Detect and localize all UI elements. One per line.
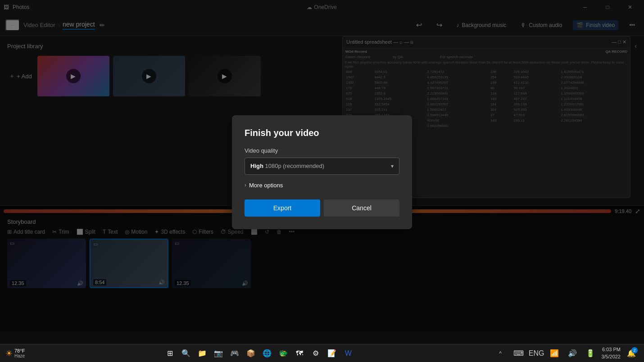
file-explorer-button[interactable]: 📁 [195, 346, 209, 361]
quality-label: Video quality [245, 147, 399, 154]
weather-widget[interactable]: ☀ 78°F Haze [5, 348, 25, 358]
notification-badge: 2 [631, 347, 638, 353]
export-button[interactable]: Export [245, 199, 320, 217]
discord-button[interactable]: 🐲 [276, 346, 290, 361]
quality-select[interactable]: High 1080p (recommended) ▾ [245, 158, 399, 175]
wifi-icon[interactable]: 📶 [547, 346, 562, 361]
current-date: 3/5/2022 [601, 353, 621, 360]
language-indicator[interactable]: ENG [529, 346, 544, 361]
weather-condition: Haze [14, 353, 25, 358]
weather-temp: 78°F [14, 348, 25, 353]
maps-button[interactable]: 🗺 [292, 346, 307, 361]
notification-button[interactable]: 🔔 2 [624, 346, 639, 361]
modal-overlay: Finish your video Video quality High 108… [0, 0, 644, 344]
quality-select-value: High 1080p (recommended) [250, 163, 324, 169]
word-button[interactable]: W [341, 346, 355, 361]
edge-button[interactable]: 🌐 [260, 346, 274, 361]
weather-icon: ☀ [5, 348, 13, 358]
more-options-label: More options [249, 182, 283, 189]
taskbar-left: ☀ 78°F Haze [5, 348, 25, 358]
notepad-button[interactable]: 📝 [325, 346, 339, 361]
battery-icon[interactable]: 🔋 [583, 346, 598, 361]
volume-icon[interactable]: 🔊 [565, 346, 580, 361]
time-display[interactable]: 6:03 PM 3/5/2022 [601, 346, 621, 360]
settings-button[interactable]: ⚙ [308, 346, 323, 361]
store-button[interactable]: 📦 [244, 346, 258, 361]
taskbar-center: ⊞ 🔍 📁 📷 🎮 📦 🌐 🐲 🗺 ⚙ 📝 W [163, 346, 355, 361]
more-options-button[interactable]: › More options [245, 182, 399, 189]
search-button[interactable]: 🔍 [179, 346, 193, 361]
current-time: 6:03 PM [601, 346, 621, 353]
camera-button[interactable]: 📷 [211, 346, 226, 361]
taskbar-right: ^ ⌨ ENG 📶 🔊 🔋 6:03 PM 3/5/2022 🔔 2 [493, 346, 639, 361]
taskbar: ☀ 78°F Haze ⊞ 🔍 📁 📷 🎮 📦 🌐 🐲 🗺 ⚙ 📝 W ^ ⌨ … [0, 344, 644, 362]
cancel-button[interactable]: Cancel [324, 199, 399, 217]
xbox-button[interactable]: 🎮 [227, 346, 242, 361]
more-options-chevron-icon: › [245, 182, 246, 188]
start-button[interactable]: ⊞ [163, 346, 177, 361]
quality-chevron-icon: ▾ [391, 163, 394, 169]
finish-video-modal: Finish your video Video quality High 108… [232, 115, 412, 229]
modal-title: Finish your video [245, 128, 399, 138]
modal-buttons: Export Cancel [245, 199, 399, 217]
chevron-up-icon[interactable]: ^ [493, 346, 508, 361]
keyboard-icon[interactable]: ⌨ [511, 346, 526, 361]
